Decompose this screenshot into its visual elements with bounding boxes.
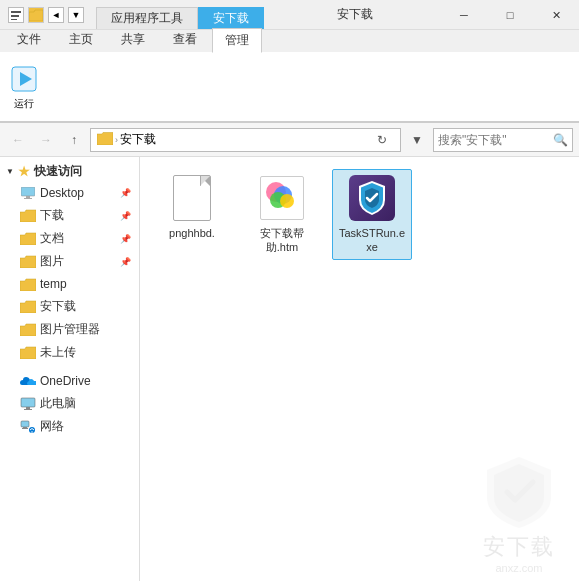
back-arrow-tb[interactable]: ◄	[48, 7, 64, 23]
ribbon-tab-share[interactable]: 共享	[108, 27, 158, 52]
svg-rect-5	[21, 187, 35, 196]
sidebar-item-network[interactable]: 网络	[0, 415, 139, 438]
sidebar-item-network-label: 网络	[40, 418, 64, 435]
file-grid: pnghhbd. 安下载帮助.htm	[152, 169, 567, 260]
images-icon	[20, 254, 36, 270]
sidebar-item-images[interactable]: 图片 📌	[0, 250, 139, 273]
sidebar-item-documents-label: 文档	[40, 230, 64, 247]
sidebar-item-thispc[interactable]: 此电脑	[0, 392, 139, 415]
ribbon-tab-view[interactable]: 查看	[160, 27, 210, 52]
watermark: 安下载 anxz.com	[479, 452, 559, 574]
address-chevron: ›	[115, 135, 118, 145]
sidebar-item-anzaixia-label: 安下载	[40, 298, 76, 315]
star-icon: ★	[18, 164, 30, 179]
ribbon-tab-home[interactable]: 主页	[56, 27, 106, 52]
ribbon-tab-file[interactable]: 文件	[4, 27, 54, 52]
up-button[interactable]: ↑	[62, 128, 86, 152]
desktop-icon	[20, 185, 36, 201]
sidebar-item-unsent-label: 未上传	[40, 344, 76, 361]
sidebar-item-onedrive-label: OneDrive	[40, 374, 91, 388]
title-bar-tabs: 应用程序工具 安下载	[92, 0, 269, 29]
ribbon-tab-manage[interactable]: 管理	[212, 28, 262, 53]
sidebar-item-onedrive[interactable]: OneDrive	[0, 370, 139, 392]
file-item-helphtm[interactable]: 安下载帮助.htm	[242, 169, 322, 260]
search-icon: 🔍	[553, 133, 568, 147]
svg-rect-13	[22, 428, 28, 429]
generic-file-icon	[168, 174, 216, 222]
sidebar-item-imgmgr-label: 图片管理器	[40, 321, 100, 338]
svg-rect-11	[21, 421, 29, 427]
svg-rect-6	[26, 196, 30, 198]
svg-rect-1	[11, 15, 19, 17]
down-arrow-tb[interactable]: ▼	[68, 7, 84, 23]
file-area: pnghhbd. 安下载帮助.htm	[140, 157, 579, 581]
svg-rect-10	[24, 409, 32, 410]
network-icon	[20, 419, 36, 435]
chevron-down-icon: ▼	[6, 167, 14, 176]
main-layout: ▼ ★ 快速访问 Desktop 📌 下载 📌 文档 📌	[0, 157, 579, 581]
address-dropdown[interactable]: ▼	[405, 128, 429, 152]
onedrive-icon	[20, 373, 36, 389]
pin-icon-images: 📌	[120, 257, 131, 267]
tab-downloads[interactable]: 安下载	[198, 7, 264, 29]
address-input[interactable]: › 安下载 ↻	[90, 128, 401, 152]
svg-rect-8	[21, 398, 35, 407]
quick-access-btn[interactable]	[8, 7, 24, 23]
maximize-button[interactable]: □	[487, 0, 533, 30]
search-box[interactable]: 🔍	[433, 128, 573, 152]
watermark-text: 安下载	[483, 532, 555, 562]
sidebar-item-temp[interactable]: temp	[0, 273, 139, 295]
file-name-pnghhbd: pnghhbd.	[169, 226, 215, 240]
address-bar: ← → ↑ › 安下载 ↻ ▼ 🔍	[0, 123, 579, 157]
svg-rect-7	[24, 198, 32, 199]
sidebar-item-images-label: 图片	[40, 253, 64, 270]
temp-folder-icon	[20, 276, 36, 292]
back-button[interactable]: ←	[6, 128, 30, 152]
svg-point-15	[31, 431, 33, 433]
close-button[interactable]: ✕	[533, 0, 579, 30]
sidebar-item-imgmgr[interactable]: 图片管理器	[0, 318, 139, 341]
folder-icon-small	[28, 7, 44, 23]
file-item-taskstrun[interactable]: TaskSTRun.exe	[332, 169, 412, 260]
file-item-pnghhbd[interactable]: pnghhbd.	[152, 169, 232, 260]
pin-icon-documents: 📌	[120, 234, 131, 244]
svg-rect-12	[23, 427, 27, 428]
sidebar-item-downloads[interactable]: 下载 📌	[0, 204, 139, 227]
forward-button[interactable]: →	[34, 128, 58, 152]
pin-icon-downloads: 📌	[120, 211, 131, 221]
imgmgr-icon	[20, 322, 36, 338]
ribbon-content: 运行	[0, 52, 579, 122]
file-name-taskstrun: TaskSTRun.exe	[337, 226, 407, 255]
window-title: 安下载	[269, 6, 442, 23]
window-controls: ─ □ ✕	[441, 0, 579, 29]
documents-icon	[20, 231, 36, 247]
ribbon: 文件 主页 共享 查看 管理 运行	[0, 30, 579, 123]
ribbon-tabs: 文件 主页 共享 查看 管理	[0, 30, 579, 52]
svg-rect-0	[11, 11, 21, 13]
sidebar-item-temp-label: temp	[40, 277, 67, 291]
sidebar-item-anzaixia[interactable]: 安下载	[0, 295, 139, 318]
image-file-icon	[258, 174, 306, 222]
quick-access-header[interactable]: ▼ ★ 快速访问	[0, 161, 139, 182]
svg-rect-9	[26, 407, 30, 409]
address-path: › 安下载	[97, 131, 366, 148]
search-input[interactable]	[438, 133, 549, 147]
tab-app-tools[interactable]: 应用程序工具	[96, 7, 198, 29]
svg-rect-2	[11, 19, 17, 20]
folder-icon-addr	[97, 131, 113, 148]
refresh-button[interactable]: ↻	[370, 128, 394, 152]
sidebar-item-desktop[interactable]: Desktop 📌	[0, 182, 139, 204]
address-current: 安下载	[120, 131, 156, 148]
sidebar-item-thispc-label: 此电脑	[40, 395, 76, 412]
watermark-subtext: anxz.com	[495, 562, 542, 574]
quick-access-label: 快速访问	[34, 163, 82, 180]
watermark-shield-icon	[479, 452, 559, 532]
file-name-helphtm: 安下载帮助.htm	[247, 226, 317, 255]
title-bar: ◄ ▼ 应用程序工具 安下载 安下载 ─ □ ✕	[0, 0, 579, 30]
download-folder-icon	[20, 208, 36, 224]
sidebar-item-unsent[interactable]: 未上传	[0, 341, 139, 364]
minimize-button[interactable]: ─	[441, 0, 487, 30]
thispc-icon	[20, 396, 36, 412]
ribbon-run-btn[interactable]: 运行	[8, 63, 40, 111]
sidebar-item-documents[interactable]: 文档 📌	[0, 227, 139, 250]
